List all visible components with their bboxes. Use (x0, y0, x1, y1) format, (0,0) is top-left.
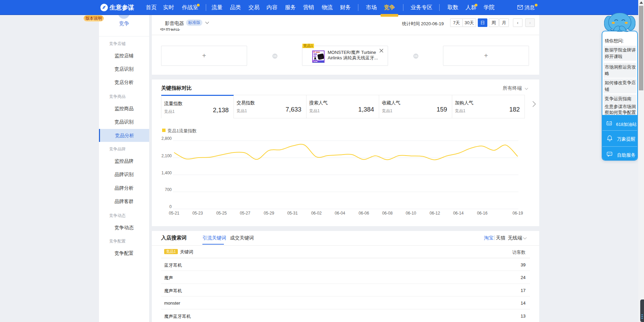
svg-text:05-25: 05-25 (216, 211, 227, 216)
svg-text:06-14: 06-14 (453, 211, 464, 216)
svg-text:700: 700 (165, 187, 172, 192)
svg-text:06-16: 06-16 (477, 211, 488, 216)
svg-text:1,400: 1,400 (161, 171, 172, 175)
svg-text:2,800: 2,800 (161, 136, 172, 141)
svg-text:05-23: 05-23 (192, 211, 203, 216)
svg-text:05-27: 05-27 (240, 211, 251, 216)
svg-text:06-06: 06-06 (359, 211, 369, 216)
svg-text:618: 618 (607, 123, 611, 125)
svg-text:06-08: 06-08 (382, 211, 393, 216)
svg-text:06-02: 06-02 (311, 211, 322, 216)
svg-text:2,100: 2,100 (161, 153, 172, 158)
svg-text:0: 0 (169, 204, 172, 209)
svg-text:06-04: 06-04 (335, 211, 345, 216)
svg-text:06-12: 06-12 (430, 211, 440, 216)
svg-text:05-21: 05-21 (169, 211, 180, 216)
svg-text:06-19: 06-19 (513, 211, 523, 216)
svg-text:05-29: 05-29 (264, 211, 274, 216)
svg-text:06-10: 06-10 (406, 211, 416, 216)
svg-text:05-31: 05-31 (287, 211, 298, 216)
